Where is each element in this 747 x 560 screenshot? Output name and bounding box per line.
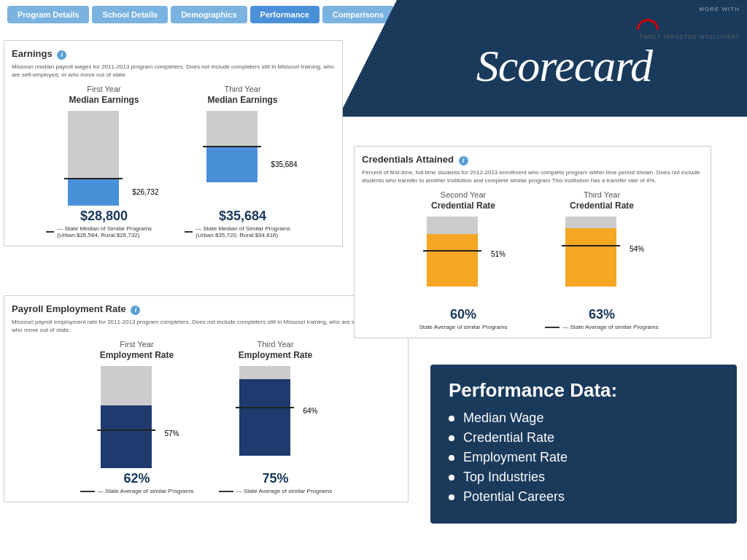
earnings-third-year-chart: $35,684 [199,111,287,206]
perf-item-median-wage: Median Wage [449,411,719,426]
employment-third-year-subtitle: Employment Rate [239,350,312,360]
performance-data-panel: Performance Data: Median Wage Credential… [430,365,737,524]
credentials-second-year-value: 60% [450,307,476,322]
meric-brand-name: MERIC [662,12,740,34]
perf-item-label: Top Industries [463,470,545,485]
earnings-third-year-label: Third Year [224,85,260,93]
perf-item-employment-rate: Employment Rate [449,450,719,465]
credentials-description: Percent of first-time, full-time student… [362,168,703,184]
perf-bullet-icon [449,494,454,500]
employment-third-state-line: — State Average of similar Programs [219,488,332,494]
perf-item-credential-rate: Credential Rate [449,430,719,446]
perf-bullet-icon [449,416,454,421]
credentials-third-year-label: Third Year [584,190,620,199]
credentials-third-state-line: — State Average of similar Programs [545,324,658,330]
tab-school-details[interactable]: School Details [92,6,168,23]
earnings-first-year-value: $28,800 [80,209,128,224]
credentials-third-state-median: — State Average of similar Programs [562,324,658,330]
earnings-third-year: Third Year Median Earnings $35,684 $35,6… [185,85,301,238]
credentials-third-year: Third Year Credential Rate 54% 63% — Sta… [543,190,660,330]
credentials-second-year: Second Year Credential Rate 51% 60% Stat… [405,190,522,330]
meric-tagline: TIMELY TARGETED INTELLIGENT [639,34,740,39]
employment-third-state-val: 64% [303,407,317,415]
earnings-third-state-median: — State Median of Similar Programs (Urba… [196,225,301,238]
credentials-info-icon[interactable]: i [459,156,468,166]
earnings-third-year-subtitle: Median Earnings [207,95,277,105]
performance-data-title: Performance Data: [449,379,719,402]
perf-bullet-icon [449,435,454,441]
tab-comparisons[interactable]: Comparisons [322,6,394,23]
employment-first-year-chart: 57% [93,366,181,468]
employment-first-year-subtitle: Employment Rate [100,350,174,360]
perf-bullet-icon [449,455,454,461]
employment-first-state-median: — State Average of similar Programs [98,488,193,494]
credentials-third-state-val: 54% [630,245,644,253]
credentials-third-year-chart: 54% [558,217,646,304]
employment-third-year-value: 75% [262,471,288,486]
credentials-third-year-value: 63% [589,307,615,322]
earnings-first-state-line: — State Median of Similar Programs (Urba… [46,225,163,238]
credentials-charts: Second Year Credential Rate 51% 60% Stat… [362,190,703,330]
perf-item-label: Median Wage [463,411,543,426]
employment-charts: First Year Employment Rate 57% 62% — Sta… [12,340,400,494]
credentials-title-text: Credentials Attained [362,154,454,165]
earnings-first-state-median: — State Median of Similar Programs (Urba… [57,225,162,238]
perf-item-potential-careers: Potential Careers [449,489,719,505]
meric-logo: MORE WITH MERIC TIMELY TARGETED INTELLIG… [637,6,740,39]
perf-item-top-industries: Top Industries [449,470,719,485]
credentials-second-year-chart: 51% [419,217,507,304]
perf-item-label: Employment Rate [463,450,568,465]
perf-item-label: Potential Careers [463,489,565,505]
earnings-third-state-val: $35,684 [271,160,297,168]
employment-third-year-chart: 64% [232,366,320,468]
employment-third-year: Third Year Employment Rate 64% 75% — Sta… [217,340,334,494]
performance-data-list: Median Wage Credential Rate Employment R… [449,411,719,505]
credentials-second-state-median: State Average of similar Programs [419,324,507,330]
employment-third-year-label: Third Year [257,340,293,349]
perf-bullet-icon [449,475,454,481]
employment-title-text: Payroll Employment Rate [12,303,126,314]
employment-first-year-value: 62% [123,471,150,486]
employment-info-icon[interactable]: i [131,306,140,315]
earnings-third-state-line: — State Median of Similar Programs (Urba… [185,225,301,238]
employment-third-state-median: — State Average of similar Programs [236,488,332,494]
earnings-title: Earnings i [12,48,335,60]
tab-program-details[interactable]: Program Details [7,6,89,23]
earnings-first-state-val: $26,732 [132,188,158,196]
earnings-description: Missouri median payroll wages for 2011-2… [12,63,335,79]
earnings-first-year-chart: $26,732 [61,111,148,206]
employment-first-state-line: — State Average of similar Programs [80,488,193,494]
credentials-second-year-label: Second Year [441,190,486,199]
earnings-panel: Earnings i Missouri median payroll wages… [4,40,343,246]
earnings-first-year-subtitle: Median Earnings [69,95,139,105]
earnings-charts: First Year Median Earnings $26,732 $28,8… [12,85,335,238]
earnings-third-year-value: $35,684 [219,209,266,224]
employment-description: Missouri payroll employment rate for 201… [12,318,400,334]
tab-performance[interactable]: Performance [250,6,320,23]
credentials-second-year-subtitle: Credential Rate [431,201,495,211]
credentials-panel: Credentials Attained i Percent of first-… [354,146,711,338]
employment-first-year-label: First Year [120,340,153,349]
tab-demographics[interactable]: Demographics [171,6,247,23]
employment-first-year: First Year Employment Rate 57% 62% — Sta… [79,340,196,494]
earnings-info-icon[interactable]: i [57,50,66,60]
credentials-second-state-val: 51% [491,250,506,258]
credentials-second-state-line: State Average of similar Programs [419,324,507,330]
perf-item-label: Credential Rate [463,430,554,446]
scorecard-title: Scorecard [476,40,652,92]
earnings-first-year: First Year Median Earnings $26,732 $28,8… [46,85,163,238]
employment-first-state-val: 57% [164,429,179,438]
earnings-first-year-label: First Year [87,85,120,93]
earnings-title-text: Earnings [12,48,53,59]
credentials-third-year-subtitle: Credential Rate [570,201,634,211]
meric-arc-icon [637,19,659,30]
employment-panel: Payroll Employment Rate i Missouri payro… [4,295,409,502]
credentials-title: Credentials Attained i [362,154,703,166]
employment-title: Payroll Employment Rate i [12,303,400,315]
